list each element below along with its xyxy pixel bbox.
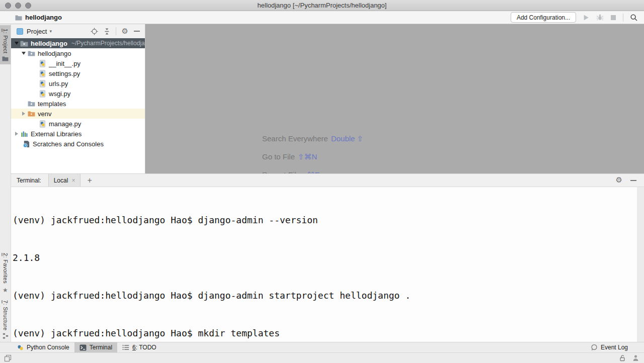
event-log-label: Event Log (601, 344, 628, 351)
terminal-line: 2.1.8 (13, 251, 644, 264)
hint-label: Go to File (262, 152, 295, 161)
search-everywhere-icon[interactable] (630, 14, 638, 22)
run-icon[interactable] (583, 14, 590, 21)
project-tool-window: Project ▾ ⚙ hellodjango ~/PycharmProject… (11, 24, 145, 173)
project-view-selector[interactable]: Project (27, 28, 47, 35)
terminal-line: (venv) jackfrued:hellodjango Hao$ django… (13, 289, 644, 302)
terminal-header: Terminal: Local × + ⚙ (11, 173, 644, 187)
hide-panel-icon[interactable] (134, 31, 140, 32)
tree-item-label: hellodjango (38, 50, 71, 57)
close-icon[interactable]: × (71, 177, 75, 184)
terminal-tab-label: Local (54, 177, 68, 184)
left-tool-strip: 1: Project 2: Favorites ★ 7: Structure (0, 24, 11, 342)
todo-list-icon (122, 344, 129, 350)
favorites-tab-label: : Favorites (3, 256, 9, 284)
terminal-line: (venv) jackfrued:hellodjango Hao$ mkdir … (13, 327, 644, 339)
toggle-toolwindows-icon[interactable] (4, 354, 12, 362)
editor-area[interactable]: Search EverywhereDouble ⇧ Go to File⇧⌘N … (145, 24, 644, 173)
gear-icon[interactable]: ⚙ (616, 176, 622, 184)
project-panel-header: Project ▾ ⚙ (11, 24, 145, 38)
window-titlebar: hellodjango [~/PycharmProjects/hellodjan… (0, 0, 644, 11)
hint-label: Search Everywhere (262, 134, 328, 143)
python-file-icon (38, 79, 46, 87)
tree-item-label: Scratches and Consoles (33, 140, 104, 148)
expand-arrow-icon[interactable] (13, 42, 20, 45)
tree-item-label: templates (38, 100, 66, 108)
terminal-icon (79, 344, 87, 351)
terminal-output[interactable]: (venv) jackfrued:hellodjango Hao$ django… (11, 187, 644, 342)
tree-row-file[interactable]: wsgi.py (11, 88, 145, 99)
toolwindow-event-log[interactable]: Event Log (586, 342, 633, 352)
tree-row-scratches[interactable]: Scratches and Consoles (11, 139, 145, 149)
python-console-icon (17, 344, 24, 351)
project-view-icon (17, 28, 23, 35)
toolwindow-terminal[interactable]: Terminal (74, 342, 117, 352)
tree-row-venv[interactable]: venv (11, 109, 145, 119)
terminal-tab-bottom-label: Terminal (90, 344, 112, 351)
folder-icon (15, 15, 22, 21)
todo-mnemonic: 6 (132, 344, 136, 351)
collapse-all-icon[interactable] (104, 28, 110, 35)
toolwindow-todo[interactable]: 6: TODO (117, 342, 162, 352)
folder-icon (27, 100, 35, 108)
structure-icon (3, 333, 9, 339)
tree-row-file[interactable]: __init__.py (11, 58, 145, 68)
project-tree: hellodjango ~/PycharmProjects/hellodjang… (11, 38, 145, 149)
python-file-icon (38, 89, 46, 98)
tree-item-label: venv (38, 110, 51, 118)
collapse-arrow-icon[interactable] (13, 132, 20, 136)
debug-bug-icon[interactable] (596, 14, 604, 21)
terminal-label: Terminal: (17, 177, 41, 184)
todo-label: : TODO (136, 344, 156, 351)
chevron-down-icon[interactable]: ▾ (49, 29, 52, 34)
tree-row-project-root[interactable]: hellodjango ~/PycharmProjects/hellodjang… (11, 38, 145, 48)
libraries-icon (20, 130, 28, 138)
sidebar-tab-structure[interactable]: 7: Structure (3, 297, 9, 342)
new-terminal-session-icon[interactable]: + (87, 176, 92, 185)
tree-item-label: manage.py (49, 120, 81, 128)
terminal-tool-window: Terminal: Local × + ⚙ (venv) jackfrued:h… (11, 173, 644, 342)
hector-inspections-icon[interactable] (632, 354, 639, 361)
window-title: hellodjango [~/PycharmProjects/hellodjan… (0, 0, 644, 11)
gear-icon[interactable]: ⚙ (122, 28, 128, 35)
stop-icon[interactable] (610, 15, 616, 21)
folder-icon (27, 49, 35, 57)
add-configuration-button[interactable]: Add Configuration... (511, 12, 576, 23)
event-log-bubble-icon (591, 344, 598, 351)
tree-item-path: ~/PycharmProjects/hellodjango (71, 40, 145, 47)
panel-header-separator (116, 27, 116, 35)
hint-shortcut: Double ⇧ (331, 134, 363, 143)
python-file-icon (38, 69, 46, 77)
sidebar-tab-favorites[interactable]: 2: Favorites ★ (3, 249, 9, 296)
toolwindow-python-console[interactable]: Python Console (12, 342, 74, 352)
expand-arrow-icon[interactable] (20, 52, 27, 55)
tree-item-label: settings.py (49, 70, 80, 77)
status-bar (0, 352, 644, 363)
tree-row-folder[interactable]: templates (11, 99, 145, 109)
hint-shortcut: ⇧⌘N (298, 152, 317, 161)
toolbar-separator (623, 14, 623, 22)
terminal-tab-local[interactable]: Local × (48, 174, 81, 187)
collapse-arrow-icon[interactable] (20, 112, 27, 116)
tree-row-file[interactable]: urls.py (11, 78, 145, 88)
tree-row-folder[interactable]: hellodjango (11, 48, 145, 58)
tree-item-label: __init__.py (49, 60, 80, 67)
breadcrumb-label: hellodjango (25, 14, 62, 21)
tree-item-label: hellodjango (31, 40, 67, 47)
main-toolbar: hellodjango Add Configuration... (0, 11, 644, 24)
terminal-scrollbar[interactable] (637, 187, 644, 342)
python-file-icon (38, 120, 46, 128)
shortcut-hint-go-to-file: Go to File⇧⌘N (262, 152, 317, 161)
breadcrumb[interactable]: hellodjango (15, 14, 62, 21)
sidebar-tab-project[interactable]: 1: Project (0, 25, 11, 64)
tree-row-file[interactable]: manage.py (11, 119, 145, 129)
hide-terminal-icon[interactable] (630, 180, 636, 181)
python-console-label: Python Console (27, 344, 69, 351)
tree-row-file[interactable]: settings.py (11, 68, 145, 78)
tool-window-bar: Python Console Terminal 6: TODO Event Lo… (0, 342, 644, 352)
unlock-icon[interactable] (619, 354, 626, 361)
locate-file-icon[interactable] (91, 28, 98, 35)
scratches-icon (22, 140, 30, 148)
tree-row-external-libraries[interactable]: External Libraries (11, 129, 145, 139)
folder-icon (20, 39, 28, 47)
